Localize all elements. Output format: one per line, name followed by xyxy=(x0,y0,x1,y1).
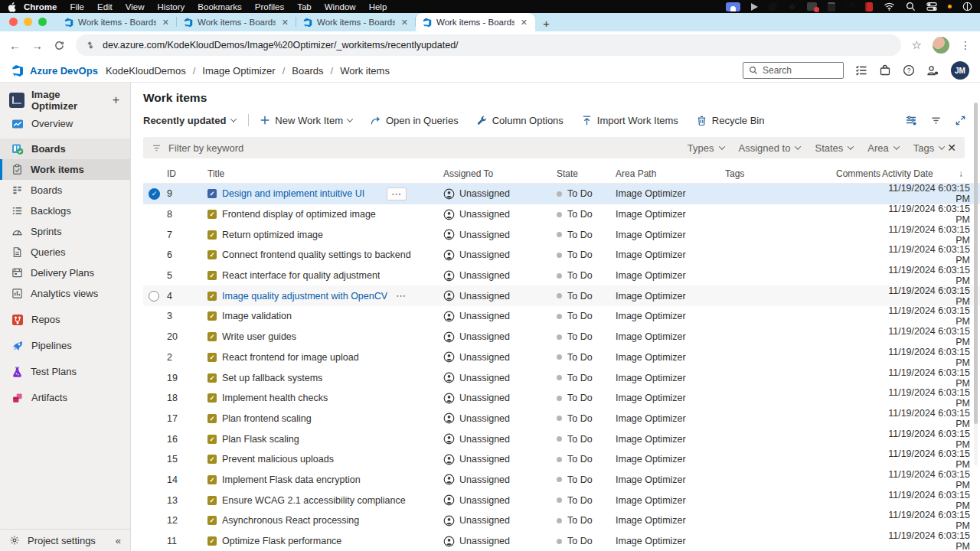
sort-descending-icon[interactable]: ↓ xyxy=(959,168,963,179)
work-item-title-link[interactable]: Implement Flask data encryption xyxy=(222,474,361,485)
assigned-to-value[interactable]: Unassigned xyxy=(459,515,510,526)
work-item-title-link[interactable]: Frontend display of optimized image xyxy=(222,209,376,220)
menu-item-tab[interactable]: Tab xyxy=(297,2,312,11)
sidebar-item-sprints[interactable]: Sprints xyxy=(0,221,130,242)
view-selector[interactable]: Recently updated xyxy=(143,115,236,126)
column-header-comments[interactable]: Comments xyxy=(836,168,882,179)
work-item-title-link[interactable]: Asynchronous React processing xyxy=(222,515,359,526)
azure-devops-logo-icon[interactable] xyxy=(11,64,24,77)
work-item-title-link[interactable]: Plan Flask scaling xyxy=(222,434,299,445)
work-item-row-14[interactable]: 14✓Implement Flask data encryptionUnassi… xyxy=(143,470,980,491)
menu-item-window[interactable]: Window xyxy=(325,2,356,11)
forward-icon[interactable]: → xyxy=(31,39,43,52)
filter-dropdown-area[interactable]: Area xyxy=(867,142,898,154)
menu-item-help[interactable]: Help xyxy=(369,2,387,11)
assigned-to-value[interactable]: Unassigned xyxy=(459,454,510,465)
work-item-title-link[interactable]: Return optimized image xyxy=(222,230,323,240)
menu-item-bookmarks[interactable]: Bookmarks xyxy=(198,2,242,11)
fullscreen-icon[interactable] xyxy=(955,115,966,126)
state-value[interactable]: To Do xyxy=(567,474,593,485)
work-item-row-20[interactable]: 20✓Write user guidesUnassignedTo DoImage… xyxy=(143,327,980,347)
control-center-icon[interactable] xyxy=(926,2,937,11)
filter-dropdown-assigned-to[interactable]: Assigned to xyxy=(739,142,801,154)
column-header-activity-date[interactable]: Activity Date↓ xyxy=(882,168,980,179)
breadcrumb-item-image-optimizer[interactable]: Image Optimizer xyxy=(202,65,275,77)
zoom-window-button[interactable] xyxy=(38,18,47,26)
work-item-title-link[interactable]: Optimize Flask performance xyxy=(222,536,341,546)
breadcrumb-item-boards[interactable]: Boards xyxy=(292,65,323,77)
work-item-row-11[interactable]: 11✓Optimize Flask performanceUnassignedT… xyxy=(143,531,980,551)
work-item-title-link[interactable]: Prevent malicious uploads xyxy=(222,454,334,465)
work-item-title-link[interactable]: Ensure WCAG 2.1 accessibility compliance xyxy=(222,495,406,506)
work-item-row-18[interactable]: 18✓Implement health checksUnassignedTo D… xyxy=(143,388,980,409)
work-item-row-6[interactable]: 6✓Connect frontend quality settings to b… xyxy=(143,245,980,266)
sidebar-item-backlogs[interactable]: Backlogs xyxy=(0,201,130,221)
assigned-to-value[interactable]: Unassigned xyxy=(459,311,510,321)
filter-icon[interactable] xyxy=(930,115,942,126)
tab-close-icon[interactable]: ✕ xyxy=(519,18,529,28)
assigned-to-value[interactable]: Unassigned xyxy=(459,474,510,485)
assigned-to-value[interactable]: Unassigned xyxy=(459,413,510,424)
breadcrumb-item-kodeklouddemos[interactable]: KodeKloudDemos xyxy=(106,65,186,77)
work-item-title-link[interactable]: Write user guides xyxy=(222,331,296,342)
column-header-area-path[interactable]: Area Path xyxy=(616,168,725,179)
row-selected-check-icon[interactable]: ✓ xyxy=(149,188,160,200)
sidebar-item-repos[interactable]: Repos xyxy=(0,309,130,330)
work-item-row-13[interactable]: 13✓Ensure WCAG 2.1 accessibility complia… xyxy=(143,490,980,510)
browser-tab-1[interactable]: Work items - Boards ✕ xyxy=(57,13,177,31)
spotlight-search-icon[interactable] xyxy=(906,2,916,11)
address-bar[interactable]: dev.azure.com/KodeKloudDemos/Image%20Opt… xyxy=(76,34,901,56)
state-value[interactable]: To Do xyxy=(567,495,593,506)
menu-item-history[interactable]: History xyxy=(158,2,185,11)
vertical-scrollbar[interactable] xyxy=(974,103,978,465)
help-icon[interactable]: ? xyxy=(903,64,915,77)
work-item-title-link[interactable]: React frontend for image upload xyxy=(222,352,359,363)
state-value[interactable]: To Do xyxy=(567,291,593,302)
timer-icon[interactable] xyxy=(846,2,854,11)
work-item-title-link[interactable]: Set up fallback systems xyxy=(222,373,322,383)
user-avatar[interactable]: JM xyxy=(951,61,969,80)
row-context-menu-icon[interactable]: ⋯ xyxy=(396,290,407,302)
work-item-row-9[interactable]: ✓9✓Design and implement intuitive UI⋯Una… xyxy=(143,184,980,204)
project-settings-button[interactable]: Project settings « xyxy=(0,529,130,551)
state-value[interactable]: To Do xyxy=(567,454,593,465)
sidebar-item-queries[interactable]: Queries xyxy=(0,242,130,262)
column-header-title[interactable]: Title xyxy=(207,168,443,179)
work-item-title-link[interactable]: Plan frontend scaling xyxy=(222,413,312,424)
record-badge-icon[interactable] xyxy=(807,2,817,11)
state-value[interactable]: To Do xyxy=(567,515,593,526)
column-header-assigned-to[interactable]: Assigned To xyxy=(443,168,557,179)
assigned-to-value[interactable]: Unassigned xyxy=(459,209,510,220)
sidebar-item-boards[interactable]: Boards xyxy=(0,139,130,159)
cursor-icon[interactable] xyxy=(751,2,758,11)
sidebar-item-delivery-plans[interactable]: Delivery Plans xyxy=(0,262,130,283)
state-value[interactable]: To Do xyxy=(567,230,593,240)
close-filter-icon[interactable]: ✕ xyxy=(947,142,956,154)
menu-item-view[interactable]: View xyxy=(126,2,145,11)
new-work-item-button[interactable]: New Work Item xyxy=(260,115,352,126)
work-item-title-link[interactable]: Image validation xyxy=(222,311,292,321)
work-item-row-8[interactable]: 8✓Frontend display of optimized imageUna… xyxy=(143,204,980,225)
work-item-row-19[interactable]: 19✓Set up fallback systemsUnassignedTo D… xyxy=(143,367,980,388)
apple-icon[interactable] xyxy=(8,2,16,11)
assigned-to-value[interactable]: Unassigned xyxy=(459,249,510,260)
brand-label[interactable]: Azure DevOps xyxy=(30,65,98,77)
project-switcher[interactable]: Image Optimizer + xyxy=(0,87,130,113)
notebook-icon[interactable] xyxy=(865,2,873,11)
work-item-title-link[interactable]: Connect frontend quality settings to bac… xyxy=(222,249,411,260)
column-header-state[interactable]: State xyxy=(557,168,616,179)
assigned-to-value[interactable]: Unassigned xyxy=(459,188,510,199)
work-item-row-4[interactable]: 4✓Image quality adjustment with OpenCV⋯U… xyxy=(143,285,980,306)
browser-tab-2[interactable]: Work items - Boards ✕ xyxy=(177,13,296,31)
filter-keyword-input[interactable]: Filter by keyword xyxy=(168,142,243,154)
state-value[interactable]: To Do xyxy=(567,393,593,403)
back-icon[interactable]: ← xyxy=(9,39,21,52)
state-value[interactable]: To Do xyxy=(567,249,593,260)
browser-profile-avatar[interactable] xyxy=(933,37,949,54)
row-context-menu-icon[interactable]: ⋯ xyxy=(387,187,407,201)
menu-item-edit[interactable]: Edit xyxy=(97,2,113,11)
state-value[interactable]: To Do xyxy=(567,434,593,445)
bookmark-star-icon[interactable]: ☆ xyxy=(912,38,922,52)
reload-icon[interactable] xyxy=(54,40,65,51)
user-settings-icon[interactable] xyxy=(926,64,939,77)
